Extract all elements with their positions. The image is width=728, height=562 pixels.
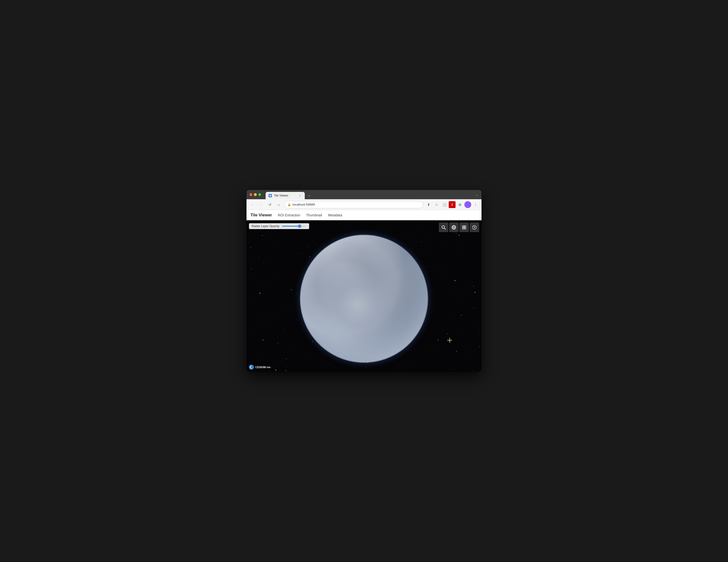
search-toolbar-button[interactable] bbox=[439, 223, 448, 232]
svg-rect-9 bbox=[464, 226, 466, 227]
globe-toolbar-button[interactable] bbox=[449, 223, 458, 232]
profile-button[interactable] bbox=[464, 201, 471, 208]
app-title: Tile Viewer bbox=[250, 213, 272, 218]
tab-close-button[interactable]: × bbox=[298, 194, 302, 198]
svg-rect-11 bbox=[464, 228, 466, 229]
nav-item-metadata[interactable]: Metadata bbox=[328, 212, 342, 218]
cesium-brand-text: CESIUM ion bbox=[255, 366, 270, 369]
reload-button[interactable]: ↺ bbox=[267, 201, 273, 208]
url-bar[interactable]: 🔒 localhost:59689 bbox=[284, 201, 423, 208]
layers-toolbar-button[interactable] bbox=[459, 223, 469, 232]
back-button[interactable]: ‹ bbox=[249, 201, 256, 208]
zotero-button[interactable]: Z bbox=[449, 201, 456, 208]
share-button[interactable]: ⬆ bbox=[425, 201, 432, 208]
help-toolbar-button[interactable]: ? bbox=[470, 223, 479, 232]
raster-slider[interactable] bbox=[282, 226, 306, 227]
close-button[interactable] bbox=[249, 193, 252, 196]
forward-button[interactable]: › bbox=[258, 201, 265, 208]
extensions-button[interactable]: ⊞ bbox=[457, 201, 463, 208]
address-bar: ‹ › ↺ ⌂ 🔒 localhost:59689 ⬆ ☆ ⬜ Z ⊞ ⋮ bbox=[247, 199, 481, 210]
globe bbox=[300, 235, 428, 362]
active-tab[interactable]: Tile Viewer × bbox=[266, 192, 305, 199]
cesium-logo: CESIUM ion bbox=[249, 365, 270, 370]
title-bar: Tile Viewer × + ⌄ bbox=[247, 190, 481, 199]
svg-rect-8 bbox=[462, 226, 464, 227]
svg-line-2 bbox=[444, 228, 446, 229]
url-text: localhost:59689 bbox=[293, 203, 315, 206]
globe-rim bbox=[300, 235, 428, 362]
raster-label: Raster Layer Opacity: bbox=[252, 224, 280, 228]
new-tab-button[interactable]: + bbox=[306, 192, 313, 199]
app-nav: Tile Viewer ROI Extraction Thumbnail Met… bbox=[247, 210, 481, 220]
minimize-button[interactable] bbox=[254, 193, 257, 196]
svg-rect-10 bbox=[462, 228, 464, 229]
url-lock-icon: 🔒 bbox=[287, 203, 291, 206]
svg-text:?: ? bbox=[474, 226, 475, 229]
maximize-button[interactable] bbox=[258, 193, 261, 196]
nav-item-roi[interactable]: ROI Extraction bbox=[278, 212, 300, 218]
tab-title: Tile Viewer bbox=[274, 194, 296, 197]
globe-container bbox=[300, 235, 428, 362]
viewer-toolbar: ? bbox=[439, 223, 479, 232]
viewer-area: Raster Layer Opacity: bbox=[247, 220, 481, 372]
home-button[interactable]: ⌂ bbox=[275, 201, 282, 208]
screen-button[interactable]: ⬜ bbox=[441, 201, 448, 208]
cesium-icon bbox=[249, 365, 254, 370]
app-content: Tile Viewer ROI Extraction Thumbnail Met… bbox=[247, 210, 481, 372]
nav-item-thumbnail[interactable]: Thumbnail bbox=[306, 212, 322, 218]
window-menu[interactable]: ⌄ bbox=[476, 193, 479, 197]
traffic-lights bbox=[249, 193, 261, 196]
bookmark-button[interactable]: ☆ bbox=[433, 201, 440, 208]
bright-star bbox=[447, 338, 452, 343]
browser-window: Tile Viewer × + ⌄ ‹ › ↺ ⌂ 🔒 localhost:59… bbox=[247, 190, 481, 372]
more-button[interactable]: ⋮ bbox=[472, 201, 479, 208]
raster-control: Raster Layer Opacity: bbox=[249, 223, 309, 229]
address-bar-actions: ⬆ ☆ ⬜ Z ⊞ ⋮ bbox=[425, 201, 479, 208]
tab-favicon bbox=[269, 194, 272, 197]
tabs-area: Tile Viewer × + bbox=[266, 190, 474, 199]
